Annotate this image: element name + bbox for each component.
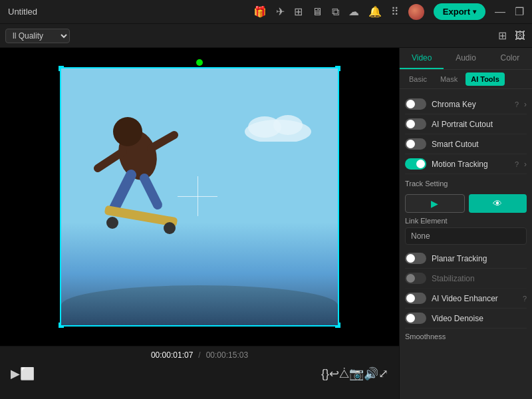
minimize-button[interactable]: — — [495, 6, 505, 18]
panel-content: Chroma Key ? › AI Portrait Cutout Smart … — [400, 89, 532, 399]
bell-icon[interactable]: 🔔 — [368, 5, 382, 18]
motion-tracking-label: Motion Tracking — [432, 160, 509, 169]
monitor-icon[interactable]: 🖥 — [312, 6, 323, 18]
smoothness-label: Smoothness — [405, 327, 446, 343]
stabilization-label: Stabilization — [432, 274, 527, 283]
titlebar: Untitled 🎁 ✈ ⊞ 🖥 ⧉ ☁ 🔔 ⠿ Export ▾ — ❐ — [0, 0, 532, 24]
smart-cutout-label: Smart Cutout — [432, 140, 527, 149]
subtab-basic[interactable]: Basic — [404, 72, 432, 86]
link-element-label: Link Element — [405, 217, 527, 225]
current-time: 00:00:01:07 — [151, 350, 193, 360]
ai-portrait-row: AI Portrait Cutout — [405, 114, 527, 134]
motion-tracking-row: Motion Tracking ? › — [405, 154, 527, 174]
video-container — [0, 48, 399, 346]
svg-point-2 — [273, 115, 303, 135]
smoothness-section: Smoothness — [405, 329, 527, 344]
plane-icon[interactable]: ✈ — [276, 5, 285, 18]
tab-audio[interactable]: Audio — [444, 48, 487, 69]
svg-point-10 — [106, 217, 118, 229]
track-play-button[interactable]: ▶ — [405, 194, 465, 213]
avatar[interactable] — [408, 4, 424, 20]
track-buttons: ▶ 👁 — [405, 194, 527, 213]
apps-icon[interactable]: ⠿ — [391, 5, 399, 18]
ai-portrait-toggle[interactable] — [405, 118, 426, 130]
chroma-key-label: Chroma Key — [432, 100, 509, 109]
svg-point-11 — [164, 222, 176, 234]
cloud-icon[interactable]: ☁ — [348, 5, 359, 18]
rotation-handle[interactable] — [196, 59, 203, 66]
chroma-key-row: Chroma Key ? › — [405, 94, 527, 114]
video-frame — [60, 67, 339, 327]
ai-portrait-label: AI Portrait Cutout — [432, 120, 527, 129]
play-button[interactable]: ▶ — [11, 366, 20, 381]
motion-tracking-chevron-icon: › — [524, 160, 527, 169]
planar-tracking-toggle[interactable] — [405, 253, 426, 264]
quality-select[interactable]: ll Quality Full Quality Half Quality — [5, 29, 70, 43]
subtab-mask[interactable]: Mask — [435, 72, 463, 86]
video-denoise-toggle[interactable] — [405, 313, 426, 324]
stabilization-toggle[interactable] — [405, 273, 426, 284]
video-image — [61, 68, 338, 325]
svg-point-4 — [113, 117, 142, 146]
fullscreen-icon[interactable]: ⤢ — [378, 366, 388, 381]
timeline: 00:00:01:07 / 00:00:15:03 ▶ ⬜ { } ↩ ⧊ 📷 … — [0, 346, 399, 399]
smart-cutout-toggle[interactable] — [405, 138, 426, 150]
planar-tracking-row: Planar Tracking — [405, 249, 527, 269]
app-title: Untitled — [8, 7, 37, 17]
track-play-icon: ▶ — [431, 198, 438, 209]
ai-video-enhancer-help-icon[interactable]: ? — [523, 295, 527, 303]
split-icon[interactable]: ⧊ — [339, 367, 349, 381]
track-eye-icon: 👁 — [493, 198, 502, 209]
ripple-icon[interactable]: ↩ — [329, 366, 339, 381]
track-setting-title: Track Setting — [405, 174, 527, 190]
grid-view-icon[interactable]: ⊞ — [497, 28, 508, 43]
image-icon[interactable]: 🖼 — [513, 29, 527, 43]
grid-icon[interactable]: ⊞ — [294, 5, 303, 18]
ground — [61, 285, 338, 325]
export-button[interactable]: Export ▾ — [434, 3, 485, 20]
motion-tracking-toggle[interactable] — [405, 158, 426, 170]
skater-svg — [78, 82, 211, 268]
timeline-controls: ▶ ⬜ { } ↩ ⧊ 📷 🔊 ⤢ — [0, 364, 399, 384]
layers-icon[interactable]: ⧉ — [332, 6, 339, 18]
cloud-svg — [238, 108, 318, 142]
stabilization-row: Stabilization — [405, 269, 527, 289]
time-separator: / — [198, 350, 200, 360]
smart-cutout-row: Smart Cutout — [405, 134, 527, 154]
link-element-section: Link Element None — [405, 217, 527, 245]
tab-video[interactable]: Video — [400, 48, 444, 69]
link-element-value[interactable]: None — [405, 227, 527, 245]
svg-line-7 — [98, 152, 123, 168]
panel-tabs: Video Audio Color — [400, 48, 532, 70]
chroma-key-chevron-icon: › — [524, 100, 527, 109]
svg-line-6 — [144, 178, 158, 205]
main-layout: 00:00:01:07 / 00:00:15:03 ▶ ⬜ { } ↩ ⧊ 📷 … — [0, 48, 532, 399]
snapshot-icon[interactable]: 📷 — [349, 366, 364, 381]
timeline-time: 00:00:01:07 / 00:00:15:03 — [0, 346, 399, 364]
planar-tracking-label: Planar Tracking — [432, 254, 527, 263]
chroma-key-help-icon[interactable]: ? — [515, 100, 519, 108]
track-eye-button[interactable]: 👁 — [469, 194, 527, 213]
ai-video-enhancer-toggle[interactable] — [405, 293, 426, 304]
chroma-key-toggle[interactable] — [405, 98, 426, 110]
total-time: 00:00:15:03 — [206, 350, 248, 360]
ai-video-enhancer-row: AI Video Enhancer ? — [405, 289, 527, 309]
audio-icon[interactable]: 🔊 — [364, 366, 378, 381]
video-denoise-row: Video Denoise — [405, 309, 527, 329]
svg-line-8 — [151, 135, 174, 148]
sub-tabs: Basic Mask AI Tools — [400, 70, 532, 89]
stop-button[interactable]: ⬜ — [20, 366, 35, 381]
video-denoise-label: Video Denoise — [432, 314, 527, 323]
track-setting-section: Track Setting ▶ 👁 — [405, 174, 527, 213]
right-panel: Video Audio Color Basic Mask AI Tools Ch… — [399, 48, 532, 399]
tab-color[interactable]: Color — [488, 48, 532, 69]
svg-line-5 — [114, 175, 131, 208]
gift-icon[interactable]: 🎁 — [253, 5, 267, 18]
subtab-aitools[interactable]: AI Tools — [466, 72, 505, 86]
export-arrow-icon: ▾ — [473, 8, 476, 15]
maximize-button[interactable]: ❐ — [515, 5, 524, 18]
ai-video-enhancer-label: AI Video Enhancer — [432, 294, 517, 303]
motion-tracking-help-icon[interactable]: ? — [515, 160, 519, 168]
crosshair — [178, 176, 217, 216]
canvas-area: 00:00:01:07 / 00:00:15:03 ▶ ⬜ { } ↩ ⧊ 📷 … — [0, 48, 399, 399]
